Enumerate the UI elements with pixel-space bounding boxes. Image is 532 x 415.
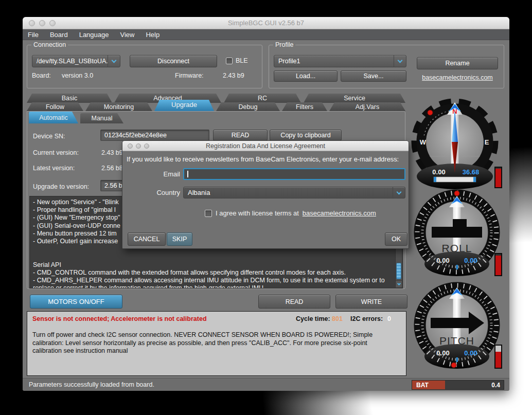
tab-service[interactable]: Service <box>304 94 405 103</box>
status-message: Parameters successfully loaded from boar… <box>29 381 154 388</box>
agree-text: I agree with license terms at <box>216 209 299 217</box>
country-select[interactable]: Albania <box>183 187 405 199</box>
ok-button[interactable]: OK <box>385 232 407 246</box>
chevron-down-icon[interactable] <box>393 187 405 198</box>
window-title: SimpleBGC GUI v2.56 b7 <box>23 19 509 27</box>
battery-label: BAT <box>416 382 429 389</box>
upgrade-to-label: Upgrade to version: <box>33 183 89 190</box>
battery-indicator: BAT 0.4 <box>412 380 504 390</box>
port-select[interactable]: /dev/tty.SLAB_USBtoUA... <box>32 55 120 67</box>
latest-version-value: 2.56 b8 <box>101 165 123 172</box>
text-cursor <box>187 171 188 177</box>
compass-east-label: E <box>485 138 489 146</box>
menu-bar: File Board Language View Help <box>23 29 509 40</box>
firmware-value: 2.43 b9 <box>223 72 244 79</box>
scrollbar-thumb[interactable] <box>396 263 401 279</box>
subtab-manual[interactable]: Manual <box>80 113 123 123</box>
pitch-level-indicator <box>494 345 502 369</box>
tab-filters[interactable]: Filters <box>282 102 327 111</box>
registration-dialog: Registration Data And License Agreement … <box>122 140 409 249</box>
message-panel: Sensor is not connected; Accelerometer i… <box>27 311 406 376</box>
yaw-level-indicator <box>494 167 502 188</box>
pitch-value-target: 0.00 <box>436 349 449 357</box>
profile-select-value: Profile1 <box>274 58 394 65</box>
roll-gauge: ROLL 0.00 0.00 <box>408 188 506 285</box>
email-field[interactable] <box>183 168 405 180</box>
tab-debug[interactable]: Debug <box>216 102 280 111</box>
ble-label: BLE <box>236 57 248 64</box>
board-label: Board: <box>32 72 51 79</box>
tab-follow[interactable]: Follow <box>27 102 83 111</box>
i2c-errors-value: 0 <box>387 315 391 322</box>
tab-monitoring[interactable]: Monitoring <box>85 102 152 111</box>
latest-version-label: Latest version: <box>33 165 75 172</box>
motors-onoff-button[interactable]: MOTORS ON/OFF <box>30 295 122 309</box>
status-bar: Parameters successfully loaded from boar… <box>23 378 509 391</box>
port-select-value: /dev/tty.SLAB_USBtoUA... <box>32 58 108 65</box>
profile-group-label: Profile <box>273 41 295 48</box>
country-select-value: Albania <box>184 189 393 196</box>
menu-language[interactable]: Language <box>79 31 109 39</box>
roll-value-target: 0.00 <box>436 257 449 264</box>
dialog-titlebar: Registration Data And License Agreement <box>122 141 409 151</box>
agree-checkbox[interactable] <box>205 210 212 217</box>
compass-north-label: N <box>452 107 457 115</box>
subtab-automatic[interactable]: Automatic <box>29 112 78 123</box>
current-version-label: Current version: <box>33 149 79 156</box>
sensor-error-text: Sensor is not connected; Accelerometer i… <box>32 315 207 322</box>
connection-group-label: Connection <box>31 41 68 48</box>
compass-west-label: W <box>420 138 427 146</box>
tab-basic[interactable]: Basic <box>27 94 112 103</box>
changelog-line <box>33 253 399 261</box>
yaw-compass-gauge: N W E 0.00 36.68 <box>408 94 506 192</box>
changelog-line: - CMD_CONTROL command with the extended … <box>33 269 399 277</box>
main-titlebar: SimpleBGC GUI v2.56 b7 <box>23 17 509 29</box>
changelog-line: replace or correct it by the information… <box>33 284 399 288</box>
changelog-line: - CMD_AHRS_HELPER command allows accessi… <box>33 277 399 284</box>
device-sn-field[interactable]: 01234c5f2ebe24e8ee <box>100 130 209 141</box>
tab-adjvars[interactable]: Adj.Vars <box>329 102 405 111</box>
write-button[interactable]: WRITE <box>335 295 407 309</box>
load-button[interactable]: Load... <box>274 70 338 82</box>
chevron-down-icon[interactable] <box>394 56 406 67</box>
i2c-errors-label: I2C errors: <box>350 315 383 322</box>
dialog-intro-text: If you would like to receive newsletters… <box>127 155 407 163</box>
menu-file[interactable]: File <box>28 31 39 39</box>
disconnect-button[interactable]: Disconnect <box>130 55 217 67</box>
pitch-gauge: PITCH 0.00 0.00 <box>408 280 506 378</box>
roll-value-current: 0.00 <box>464 257 477 264</box>
dialog-title: Registration Data And License Agreement <box>122 142 409 150</box>
cycle-time-value: 801 <box>332 315 343 322</box>
battery-value: 0.4 <box>491 382 500 389</box>
cycle-time-label: Cycle time: <box>296 315 330 322</box>
copy-clipboard-button[interactable]: Copy to clipboard <box>270 130 342 141</box>
firmware-label: Firmware: <box>175 72 204 79</box>
tab-upgrade[interactable]: Upgrade <box>154 100 214 111</box>
sn-read-button[interactable]: READ <box>213 130 268 141</box>
pitch-value-current: 0.00 <box>464 349 477 357</box>
changelog-line: Serial API <box>33 261 399 269</box>
license-link[interactable]: basecamelectronics.com <box>303 209 376 217</box>
read-button[interactable]: READ <box>258 295 330 309</box>
save-button[interactable]: Save... <box>341 70 406 82</box>
board-value: version 3.0 <box>62 72 93 79</box>
roll-level-indicator <box>494 253 502 276</box>
rename-button[interactable]: Rename <box>417 57 498 69</box>
country-label: Country <box>143 189 180 196</box>
email-label: Email <box>143 170 180 178</box>
tab-rc[interactable]: RC <box>224 94 301 103</box>
skip-button[interactable]: SKIP <box>167 232 192 246</box>
menu-board[interactable]: Board <box>50 31 68 39</box>
profile-select[interactable]: Profile1 <box>274 55 406 67</box>
yaw-value-target: 0.00 <box>432 168 445 176</box>
menu-help[interactable]: Help <box>146 31 159 39</box>
scrollbar-down-button[interactable] <box>396 280 402 287</box>
device-sn-label: Device SN: <box>33 133 65 140</box>
yaw-value-current: 36.68 <box>463 168 480 176</box>
menu-view[interactable]: View <box>120 31 135 39</box>
ble-checkbox[interactable] <box>226 58 233 64</box>
current-version-value: 2.43 b9 <box>101 149 123 156</box>
cancel-button[interactable]: CANCEL <box>128 232 166 246</box>
basecam-link[interactable]: basecamelectronics.com <box>417 74 498 81</box>
chevron-down-icon[interactable] <box>108 56 120 67</box>
